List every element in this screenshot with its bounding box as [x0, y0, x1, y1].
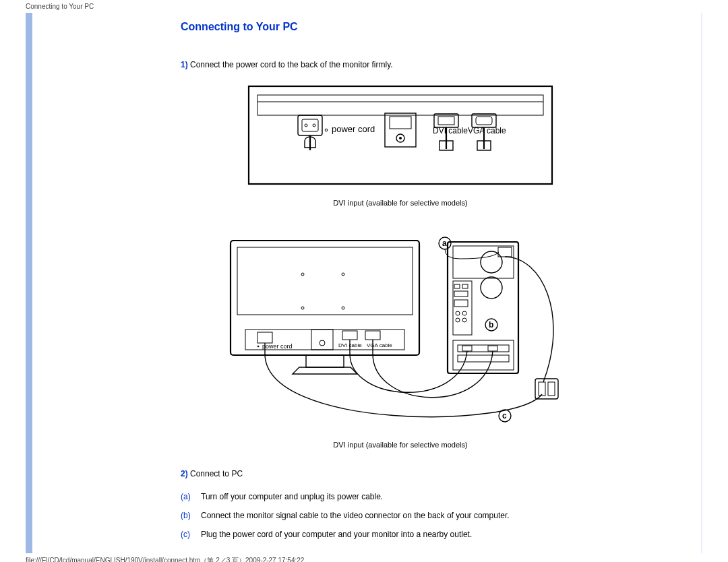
fig1-label-dvi: DVI cable [433, 126, 468, 135]
svg-rect-40 [454, 291, 468, 296]
footer-path: file:///F|/CD/lcd/manual/ENGLISH/190V/in… [0, 553, 728, 562]
svg-point-11 [399, 137, 402, 139]
svg-rect-1 [257, 95, 543, 115]
svg-point-7 [325, 129, 328, 131]
left-accent-bar [26, 13, 32, 553]
svg-rect-55 [548, 382, 555, 396]
step-2-text: Connect to PC [188, 469, 243, 478]
svg-rect-0 [249, 86, 552, 184]
svg-rect-54 [539, 382, 545, 396]
svg-rect-38 [454, 284, 460, 288]
sub-step-a-text: Turn off your computer and unplug its po… [201, 492, 383, 501]
svg-point-6 [313, 124, 315, 127]
svg-point-22 [301, 307, 304, 309]
step-1: 1) Connect the power cord to the back of… [181, 60, 620, 69]
fig2-marker-c: c [502, 411, 507, 420]
svg-rect-24 [306, 355, 344, 367]
header-path: Connecting to Your PC [0, 0, 728, 13]
svg-rect-15 [472, 114, 496, 127]
section-title: Connecting to Your PC [181, 21, 620, 33]
svg-point-5 [305, 124, 307, 127]
svg-rect-49 [462, 346, 472, 351]
sub-steps: (a) Turn off your computer and unplug it… [181, 492, 620, 539]
sub-step-a-label: (a) [181, 492, 201, 501]
sub-step-b-label: (b) [181, 511, 201, 520]
step-2: 2) Connect to PC [181, 469, 620, 478]
sub-step-c: (c) Plug the power cord of your computer… [181, 530, 620, 539]
sub-step-a: (a) Turn off your computer and unplug it… [181, 492, 620, 501]
svg-rect-12 [434, 114, 458, 127]
svg-rect-39 [462, 284, 468, 288]
svg-rect-13 [438, 117, 454, 125]
svg-point-44 [456, 318, 460, 322]
svg-point-20 [301, 273, 304, 276]
sub-step-c-label: (c) [181, 530, 201, 539]
svg-rect-26 [257, 332, 272, 343]
svg-rect-33 [453, 246, 514, 278]
svg-rect-16 [476, 117, 492, 125]
svg-point-21 [342, 273, 344, 276]
sub-step-b: (b) Connect the monitor signal cable to … [181, 511, 620, 520]
svg-point-29 [320, 340, 325, 346]
svg-rect-41 [454, 300, 468, 307]
svg-rect-32 [448, 242, 518, 373]
step-1-text: Connect the power cord to the back of th… [188, 60, 393, 69]
svg-point-42 [456, 311, 460, 315]
svg-point-27 [257, 346, 260, 348]
fig1-label-vga: VGA cable [468, 126, 506, 135]
figure-1-caption: DVI input (available for selective model… [181, 199, 620, 207]
figure-2: power cord DVI cable VGA cable [181, 227, 620, 431]
step-2-number: 2) [181, 469, 188, 478]
fig2-label-powercord: power cord [262, 343, 293, 350]
fig2-marker-b: b [489, 320, 493, 330]
svg-point-34 [481, 251, 502, 273]
svg-rect-18 [231, 241, 419, 355]
fig2-label-vga: VGA cable [367, 342, 392, 348]
svg-rect-37 [453, 281, 472, 335]
fig2-marker-a: a [442, 239, 447, 248]
fig2-label-dvi: DVI cable [338, 342, 362, 348]
svg-rect-19 [237, 247, 413, 315]
svg-rect-50 [488, 346, 497, 351]
svg-point-35 [481, 277, 502, 299]
fig1-label-powercord: power cord [332, 124, 375, 134]
sub-step-c-text: Plug the power cord of your computer and… [201, 530, 472, 539]
svg-rect-28 [311, 330, 333, 350]
svg-rect-3 [298, 115, 322, 135]
svg-point-45 [462, 318, 466, 322]
figure-1: power cord DVI cable VGA cable [181, 83, 620, 189]
svg-rect-9 [390, 117, 411, 129]
content-area: Connecting to Your PC 1) Connect the pow… [181, 13, 702, 553]
svg-point-23 [342, 307, 344, 309]
svg-point-43 [462, 311, 466, 315]
page: Connecting to Your PC 1) Connect the pow… [26, 13, 702, 553]
svg-rect-30 [342, 331, 357, 340]
step-1-number: 1) [181, 60, 188, 69]
sub-step-b-text: Connect the monitor signal cable to the … [201, 511, 510, 520]
svg-rect-31 [365, 331, 380, 340]
figure-2-caption: DVI input (available for selective model… [181, 441, 620, 449]
